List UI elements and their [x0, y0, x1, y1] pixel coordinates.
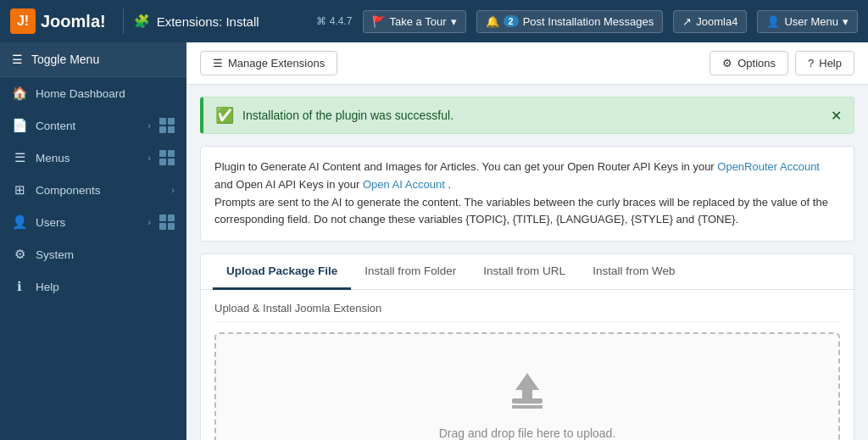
sidebar-item-home-dashboard[interactable]: 🏠 Home Dashboard: [0, 77, 186, 109]
content-icon: 📄: [12, 118, 27, 133]
components-icon: ⊞: [12, 182, 27, 198]
version-display: ⌘ 4.4.7: [316, 15, 353, 27]
dropzone-text: Drag and drop file here to upload.: [439, 426, 616, 440]
tab-install-web[interactable]: Install from Web: [579, 254, 688, 290]
main-body: ✅ Installation of the plugin was success…: [186, 85, 868, 440]
tour-icon: 🚩: [372, 15, 386, 28]
dropzone[interactable]: Drag and drop file here to upload.: [214, 332, 840, 440]
help-button[interactable]: ? Help: [795, 51, 854, 75]
chevron-right-icon-components: ›: [171, 185, 175, 195]
sidebar-item-system[interactable]: ⚙ System: [0, 238, 186, 270]
grid-icon: [159, 118, 175, 133]
notifications-button[interactable]: 🔔 2 Post Installation Messages: [476, 10, 664, 33]
tab-install-url[interactable]: Install from URL: [470, 254, 579, 290]
main-toolbar: ☰ Manage Extensions ⚙ Options ? Help: [186, 42, 868, 85]
home-icon: 🏠: [12, 86, 27, 101]
joomla-icon: J!: [10, 8, 36, 34]
info-text-3: .: [448, 178, 451, 191]
upload-panel-title: Upload & Install Joomla Extension: [214, 302, 840, 322]
chevron-down-icon-user: ▾: [843, 15, 849, 28]
svg-marker-2: [515, 373, 539, 398]
chevron-down-icon: ▾: [451, 15, 457, 28]
hamburger-icon: ☰: [12, 53, 23, 66]
user-icon: 👤: [766, 15, 780, 28]
upload-panel: Upload & Install Joomla Extension Drag a…: [201, 290, 854, 440]
external-link-icon: ↗: [682, 15, 692, 28]
openrouter-link[interactable]: OpenRouter Account: [717, 160, 820, 173]
page-icon: 🧩: [134, 14, 150, 29]
help-icon: ℹ: [12, 279, 27, 294]
svg-rect-0: [512, 398, 542, 404]
app-body: ☰ Toggle Menu 🏠 Home Dashboard 📄 Content…: [0, 42, 868, 440]
chevron-right-icon-users: ›: [147, 217, 151, 227]
success-alert: ✅ Installation of the plugin was success…: [200, 97, 854, 134]
menus-icon: ☰: [12, 150, 27, 165]
tab-install-folder[interactable]: Install from Folder: [351, 254, 470, 290]
sidebar-item-components[interactable]: ⊞ Components ›: [0, 174, 186, 206]
grid-icon-users: [159, 214, 175, 230]
sidebar-item-menus[interactable]: ☰ Menus ›: [0, 142, 186, 174]
options-button[interactable]: ⚙ Options: [709, 51, 788, 75]
manage-extensions-button[interactable]: ☰ Manage Extensions: [200, 51, 337, 75]
navbar: J! Joomla! 🧩 Extensions: Install ⌘ 4.4.7…: [0, 0, 868, 42]
brand-name: Joomla!: [41, 12, 106, 31]
list-icon: ☰: [213, 57, 223, 70]
main-content: ☰ Manage Extensions ⚙ Options ? Help ✅ I…: [186, 42, 868, 440]
info-text-2: and Open AI API Keys in your: [214, 178, 363, 191]
gear-icon: ⚙: [722, 57, 732, 70]
joomla4-button[interactable]: ↗ Joomla4: [673, 10, 747, 33]
svg-rect-1: [512, 405, 542, 409]
chevron-right-icon-menus: ›: [147, 153, 151, 163]
page-title: 🧩 Extensions: Install: [134, 14, 259, 29]
check-circle-icon: ✅: [215, 106, 234, 125]
info-text-4: Prompts are sent to the AI to generate t…: [214, 196, 828, 226]
sidebar-item-help[interactable]: ℹ Help: [0, 270, 186, 303]
tab-upload-package[interactable]: Upload Package File: [213, 254, 351, 290]
users-icon: 👤: [12, 214, 27, 230]
info-box: Plugin to Generate AI Content and Images…: [200, 146, 854, 242]
grid-icon-menus: [159, 150, 175, 165]
sidebar-item-content[interactable]: 📄 Content ›: [0, 109, 186, 142]
info-text-1: Plugin to Generate AI Content and Images…: [214, 160, 717, 173]
chevron-right-icon: ›: [147, 120, 151, 131]
upload-icon: [505, 368, 549, 415]
question-icon: ?: [808, 57, 814, 70]
user-menu-button[interactable]: 👤 User Menu ▾: [757, 10, 858, 33]
alert-message: Installation of the plugin was successfu…: [242, 109, 453, 122]
sidebar: ☰ Toggle Menu 🏠 Home Dashboard 📄 Content…: [0, 42, 186, 440]
sidebar-item-users[interactable]: 👤 Users ›: [0, 206, 186, 238]
tabs-nav: Upload Package File Install from Folder …: [201, 254, 854, 290]
brand-logo: J! Joomla!: [10, 8, 106, 34]
take-tour-button[interactable]: 🚩 Take a Tour ▾: [363, 10, 466, 33]
toggle-menu-button[interactable]: ☰ Toggle Menu: [0, 42, 186, 77]
bell-icon: 🔔: [486, 15, 499, 28]
openai-link[interactable]: Open AI Account: [363, 178, 445, 191]
close-alert-button[interactable]: ✕: [831, 108, 842, 124]
keyboard-icon: ⌘: [316, 15, 326, 27]
navbar-divider: [123, 8, 124, 34]
system-icon: ⚙: [12, 247, 27, 262]
notification-badge: 2: [504, 15, 519, 27]
install-tabs: Upload Package File Install from Folder …: [200, 253, 854, 440]
